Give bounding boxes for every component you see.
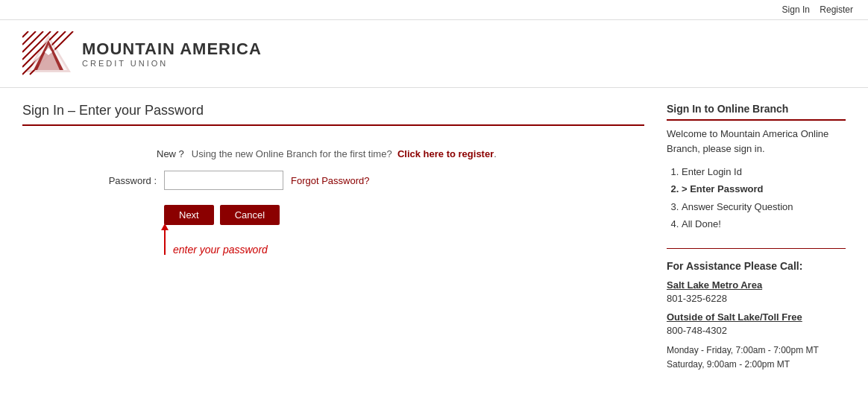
sidebar-divider xyxy=(667,248,846,249)
cancel-button[interactable]: Cancel xyxy=(220,205,280,225)
sidebar-signin-section: Sign In to Online Branch Welcome to Moun… xyxy=(667,103,846,233)
main-container: Sign In – Enter your Password New ? Usin… xyxy=(0,88,868,402)
password-row: Password : Forgot Password? xyxy=(22,171,644,190)
logo-name: Mountain America xyxy=(82,39,262,59)
forgot-password-link[interactable]: Forgot Password? xyxy=(291,175,370,186)
password-label: Password : xyxy=(22,175,157,186)
assistance-title: For Assistance Please Call: xyxy=(667,260,846,272)
logo-icon xyxy=(22,31,75,76)
password-input[interactable] xyxy=(164,171,283,190)
buttons-row: Next Cancel xyxy=(164,205,644,225)
hours-text: Monday - Friday, 7:00am - 7:00pm MT Satu… xyxy=(667,343,846,372)
register-link[interactable]: Click here to register xyxy=(397,148,494,159)
new-label: New ? xyxy=(157,148,184,159)
page-title: Sign In – Enter your Password xyxy=(22,103,644,118)
step-2: > Enter Password xyxy=(682,180,846,197)
next-button[interactable]: Next xyxy=(164,205,214,225)
top-nav: Sign In Register xyxy=(0,0,868,20)
slc-title: Salt Lake Metro Area xyxy=(667,279,846,291)
content-area: Sign In – Enter your Password New ? Usin… xyxy=(22,103,644,387)
title-divider xyxy=(22,124,644,126)
slc-phone: 801-325-6228 xyxy=(667,293,846,304)
new-user-text: Using the new Online Branch for the firs… xyxy=(192,148,497,159)
step-1: Enter Login Id xyxy=(682,163,846,180)
sidebar-signin-title: Sign In to Online Branch xyxy=(667,103,846,121)
sidebar: Sign In to Online Branch Welcome to Moun… xyxy=(667,103,846,387)
logo: Mountain America Credit Union xyxy=(22,31,262,76)
form-section: New ? Using the new Online Branch for th… xyxy=(22,141,644,263)
logo-text: Mountain America Credit Union xyxy=(82,39,262,68)
header: Mountain America Credit Union xyxy=(0,20,868,88)
arrow-annotation: enter your password xyxy=(157,229,644,256)
sidebar-assistance-section: For Assistance Please Call: Salt Lake Me… xyxy=(667,260,846,372)
new-user-row: New ? Using the new Online Branch for th… xyxy=(157,148,644,159)
top-nav-register[interactable]: Register xyxy=(820,4,853,15)
step-3: Answer Security Question xyxy=(682,198,846,215)
sidebar-welcome-text: Welcome to Mountain America Online Branc… xyxy=(667,127,846,156)
step-4: All Done! xyxy=(682,215,846,232)
top-nav-signin[interactable]: Sign In xyxy=(782,4,810,15)
annotation-text: enter your password xyxy=(173,244,268,256)
logo-subtitle: Credit Union xyxy=(82,59,262,68)
outside-title: Outside of Salt Lake/Toll Free xyxy=(667,311,846,323)
sidebar-steps: Enter Login Id > Enter Password Answer S… xyxy=(667,163,846,233)
outside-phone: 800-748-4302 xyxy=(667,325,846,336)
